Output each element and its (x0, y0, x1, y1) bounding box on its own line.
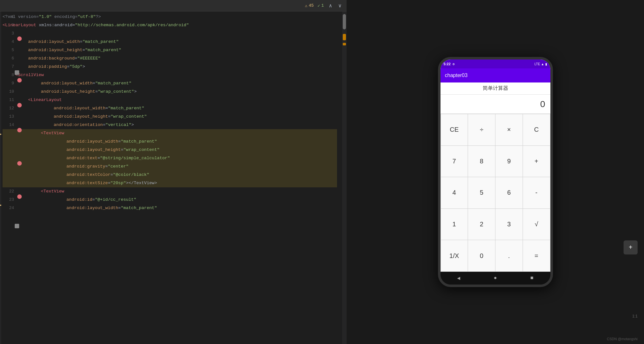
code-line: android:orientation="vertical"> (3, 121, 337, 129)
calc-btn-1[interactable]: 1 (441, 209, 468, 240)
phone-preview-panel: 5:22 ⚙ LTE ▲ ▮ chapter03 简单计算器 0 (347, 0, 644, 344)
calc-btn-equals[interactable]: = (523, 240, 550, 271)
code-line: android:layout_width="match_parent" (3, 204, 337, 212)
calc-btn-minus[interactable]: - (523, 177, 550, 208)
code-line: android:layout_width="match_parent" (3, 38, 337, 46)
code-line (3, 29, 337, 38)
settings-icon: ⚙ (453, 62, 455, 66)
editor-marker (15, 70, 19, 75)
code-line: <TextView (3, 187, 337, 196)
plus-icon: + (629, 244, 632, 251)
calc-btn-6[interactable]: 6 (495, 177, 523, 208)
code-line: <?xml version="1.0" encoding="utf-8"?> (3, 13, 337, 21)
nav-back-button[interactable]: ◀ (457, 275, 460, 281)
code-line: android:gravity="center" (3, 162, 337, 171)
code-editor[interactable]: <?xml version="1.0" encoding="utf-8"?> <… (0, 12, 337, 214)
scrollbar-thumb[interactable] (343, 14, 346, 29)
check-icon: ✓ (318, 3, 320, 8)
check-count: 1 (321, 3, 324, 8)
scrollbar-marker (343, 34, 346, 40)
calc-btn-9[interactable]: 9 (495, 146, 523, 177)
code-line: <LinearLayout (3, 96, 337, 104)
warning-count: 45 (309, 3, 314, 8)
code-line: android:layout_width="match_parent" (3, 79, 337, 88)
warning-icon: ⚠ (305, 3, 308, 8)
calc-value: 0 (540, 99, 545, 109)
nav-up-button[interactable]: ∧ (328, 2, 334, 10)
phone-nav-bar: ◀ ● ■ (441, 272, 550, 285)
calc-btn-ce[interactable]: CE (441, 114, 468, 145)
code-line: android:id="@+id/cc_result" (3, 196, 337, 204)
calc-btn-sqrt[interactable]: √ (523, 209, 550, 240)
code-line: android:textSize="20sp"></TextView> (3, 179, 337, 187)
phone-screen: 5:22 ⚙ LTE ▲ ▮ chapter03 简单计算器 0 (441, 59, 550, 272)
scale-label: 1:1 (632, 314, 638, 318)
editor-panel: ⚠ 45 ✓ 1 ∧ ∨ 1 2 3 4 5 6 7 8 9 10 11 12 … (0, 0, 347, 344)
editor-toolbar: ⚠ 45 ✓ 1 ∧ ∨ (0, 0, 347, 12)
checks-indicator: ✓ 1 (318, 3, 324, 8)
code-line: <LinearLayout xmlns:android="http://sche… (3, 21, 337, 29)
code-line: android:layout_height="match_parent" (3, 46, 337, 54)
code-line: android:padding="5dp"> (3, 63, 337, 71)
calc-btn-c[interactable]: C (523, 114, 550, 145)
warnings-indicator: ⚠ 45 (305, 3, 314, 8)
calc-btn-2[interactable]: 2 (468, 209, 495, 240)
calc-btn-div[interactable]: ÷ (468, 114, 495, 145)
nav-home-button[interactable]: ● (494, 275, 497, 281)
code-line: android:layout_height="wrap_content" (3, 113, 337, 121)
nav-down-button[interactable]: ∨ (337, 2, 343, 10)
code-line: android:layout_width="match_parent" (3, 137, 337, 146)
status-time: 5:22 (444, 62, 451, 66)
code-line: android:text="@string/simple_calculator" (3, 154, 337, 162)
calc-btn-mul[interactable]: × (495, 114, 523, 145)
calc-btn-reciprocal[interactable]: 1/X (441, 240, 468, 271)
battery-icon: ▮ (545, 62, 547, 66)
editor-scrollbar[interactable] (342, 12, 347, 344)
phone-mockup: 5:22 ⚙ LTE ▲ ▮ chapter03 简单计算器 0 (438, 57, 553, 287)
calc-btn-7[interactable]: 7 (441, 146, 468, 177)
status-icons: LTE ▲ ▮ (534, 62, 547, 66)
editor-marker (15, 224, 19, 228)
editor-left-accent (0, 0, 1, 344)
calc-btn-0[interactable]: 0 (468, 240, 495, 271)
code-line: android:layout_width="match_parent" (3, 104, 337, 113)
code-line: android:background="#EEEEEE" (3, 54, 337, 63)
scrollbar-warning-marker (343, 43, 346, 45)
code-line: android:layout_height="wrap_content" (3, 146, 337, 154)
calc-btn-3[interactable]: 3 (495, 209, 523, 240)
calc-display: 0 (441, 95, 550, 114)
calc-btn-plus[interactable]: + (523, 146, 550, 177)
calc-btn-5[interactable]: 5 (468, 177, 495, 208)
code-line: android:textColor="@color/black" (3, 171, 337, 179)
lte-indicator: LTE (534, 62, 540, 66)
code-line: <TextView (3, 129, 337, 137)
code-line: android:layout_height="wrap_content"> (3, 88, 337, 96)
nav-recent-button[interactable]: ■ (530, 275, 533, 281)
watermark: CSDN @motangshi (607, 337, 638, 341)
calc-btn-dot[interactable]: . (495, 240, 523, 271)
calc-buttons: CE ÷ × C 7 8 9 + 4 5 6 - 1 2 (441, 114, 550, 272)
app-bar: chapter03 (441, 68, 550, 82)
calc-btn-4[interactable]: 4 (441, 177, 468, 208)
app-title: chapter03 (445, 73, 468, 78)
add-float-button[interactable]: + (624, 240, 638, 254)
code-line: <ScrollView (3, 71, 337, 79)
calc-title: 简单计算器 (441, 82, 550, 95)
calculator: 简单计算器 0 CE ÷ × C 7 8 9 + 4 5 (441, 82, 550, 272)
signal-icon: ▲ (541, 62, 544, 66)
status-bar: 5:22 ⚙ LTE ▲ ▮ (441, 59, 550, 68)
calc-btn-8[interactable]: 8 (468, 146, 495, 177)
